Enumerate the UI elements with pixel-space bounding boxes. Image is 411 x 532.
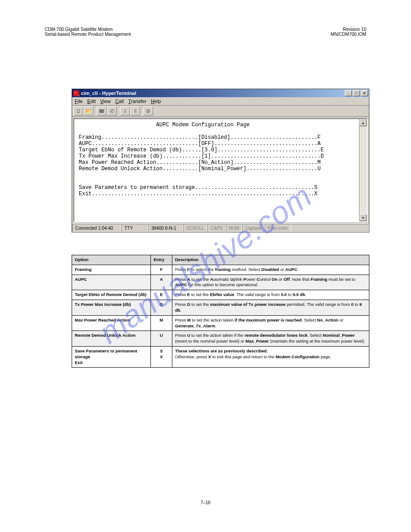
status-connected: Connected 1:04:40 <box>72 224 121 232</box>
page-header: CDM-700 Gigabit Satellite Modem Serial-b… <box>45 27 366 37</box>
parameter-table: Option Entry Description FramingFPress F… <box>72 255 369 368</box>
phone-icon[interactable]: ☎ <box>97 107 107 116</box>
cell-option: Framing <box>72 265 151 275</box>
cell-description: Press F to select the framing method. Se… <box>172 265 369 275</box>
table-body: FramingFPress F to select the framing me… <box>72 265 369 368</box>
header-sub-left: Serial-based Remote Product Management <box>45 32 131 37</box>
cell-description: Press A to set the Automatic Uplink Powe… <box>172 275 369 290</box>
terminal: AUPC Modem Configuration Page Framing...… <box>73 118 368 222</box>
cell-description: Press M to set the action taken if the m… <box>172 315 369 331</box>
cell-description: Press U to set the action taken if the r… <box>172 331 369 347</box>
cell-entry: A <box>151 275 172 290</box>
cell-entry: E <box>151 290 172 300</box>
scrollbar[interactable]: ▴ ▾ <box>359 119 367 221</box>
send-icon[interactable]: ⇧ <box>120 107 130 116</box>
table-row: Target EbNo of Remote Demod (db)EPress E… <box>72 290 369 300</box>
header-left: CDM-700 Gigabit Satellite Modem <box>45 27 131 32</box>
open-icon[interactable]: 📂 <box>84 107 94 116</box>
close-button[interactable]: × <box>361 90 368 96</box>
scroll-track[interactable] <box>360 126 367 214</box>
header-sub-right: MN/CDM700.IOM <box>331 32 366 37</box>
col-option: Option <box>72 255 151 265</box>
cell-option: Tx Power Max Increase (db) <box>72 300 151 316</box>
statusbar: Connected 1:04:40 TTY 38400 8-N-1 SCROLL… <box>72 223 369 232</box>
status-caps: CAPS <box>207 224 226 232</box>
status-emulation: TTY <box>121 224 148 232</box>
table-row: AUPCAPress A to set the Automatic Uplink… <box>72 275 369 290</box>
table-header-row: Option Entry Description <box>72 255 369 265</box>
menu-edit[interactable]: Edit <box>87 99 96 104</box>
cell-entry: F <box>151 265 172 275</box>
scroll-up-button[interactable]: ▴ <box>360 119 367 126</box>
cell-option: Target EbNo of Remote Demod (db) <box>72 290 151 300</box>
minimize-button[interactable]: _ <box>345 90 352 96</box>
menu-view[interactable]: View <box>100 99 111 104</box>
toolbar: 🗋📂☎✆⇧⇩⚙ <box>72 106 369 117</box>
cell-description: Press D to set the maximum value of Tx p… <box>172 300 369 316</box>
status-capture: Capture <box>242 224 265 232</box>
cell-option: Save Parameters to permanent storageExit <box>72 346 151 367</box>
status-num: NUM <box>226 224 242 232</box>
maximize-button[interactable]: □ <box>353 90 360 96</box>
menu-file[interactable]: File <box>75 99 83 104</box>
cell-option: AUPC <box>72 275 151 290</box>
menubar: FileEditViewCallTransferHelp <box>72 97 369 106</box>
hyperterminal-window: cim_cli - HyperTerminal _ □ × FileEditVi… <box>72 89 369 232</box>
cell-entry: D <box>151 300 172 316</box>
table-row: Max Power Reached ActionMPress M to set … <box>72 315 369 331</box>
cell-option: Remote Demod Unlock Action <box>72 331 151 347</box>
scroll-down-button[interactable]: ▾ <box>360 214 367 221</box>
table-row: Tx Power Max Increase (db)DPress D to se… <box>72 300 369 316</box>
app-icon <box>73 90 79 96</box>
col-entry: Entry <box>151 255 172 265</box>
terminal-output: AUPC Modem Configuration Page Framing...… <box>74 119 367 199</box>
cell-entry: U <box>151 331 172 347</box>
page-number: 7–18 <box>0 500 411 505</box>
status-port: 38400 8-N-1 <box>148 224 183 232</box>
status-printecho: Print echo <box>265 224 291 232</box>
receive-icon[interactable]: ⇩ <box>130 107 140 116</box>
titlebar: cim_cli - HyperTerminal _ □ × <box>72 89 369 97</box>
cell-option: Max Power Reached Action <box>72 315 151 331</box>
menu-call[interactable]: Call <box>115 99 124 104</box>
table-row: FramingFPress F to select the framing me… <box>72 265 369 275</box>
table-row: Save Parameters to permanent storageExit… <box>72 346 369 367</box>
window-title: cim_cli - HyperTerminal <box>81 90 345 96</box>
cell-entry: SX <box>151 346 172 367</box>
cell-description: These selections are as previously descr… <box>172 346 369 367</box>
hangup-icon[interactable]: ✆ <box>107 107 117 116</box>
menu-help[interactable]: Help <box>151 99 161 104</box>
menu-transfer[interactable]: Transfer <box>128 99 146 104</box>
table-row: Remote Demod Unlock ActionUPress U to se… <box>72 331 369 347</box>
status-filler <box>291 224 369 232</box>
new-doc-icon[interactable]: 🗋 <box>73 107 83 116</box>
status-scroll: SCROLL <box>183 224 207 232</box>
cell-entry: M <box>151 315 172 331</box>
col-desc: Description <box>172 255 369 265</box>
header-right: Revision 10 <box>331 27 366 32</box>
cell-description: Press E to set the Eb/No value. The vali… <box>172 290 369 300</box>
properties-icon[interactable]: ⚙ <box>143 107 153 116</box>
